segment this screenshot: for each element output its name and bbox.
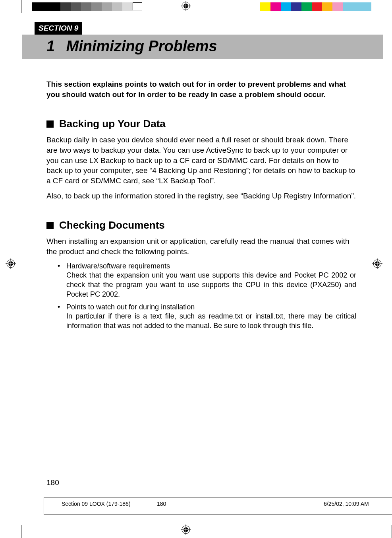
color-swatch (71, 2, 81, 11)
crop-mark (16, 0, 16, 13)
color-swatch (91, 2, 102, 11)
color-swatch (281, 2, 291, 11)
color-swatch (133, 2, 142, 10)
page-content: SECTION 9 1 Minimizing Problems This sec… (22, 22, 383, 515)
color-swatch (112, 2, 122, 11)
page-number: 180 (46, 478, 59, 487)
section-label: SECTION 9 (35, 22, 82, 35)
registration-mark-icon (181, 1, 191, 11)
color-swatch (343, 2, 371, 11)
body-paragraph: Backup daily in case you device should e… (46, 135, 356, 186)
subheading-checking-documents: Checking Documents (46, 218, 356, 232)
crop-mark (21, 525, 21, 538)
list-item-title: Hardware/software requirements (66, 262, 356, 271)
printer-color-bar (0, 2, 392, 11)
crop-mark (0, 22, 12, 22)
registration-mark-icon (181, 524, 191, 535)
color-swatch (332, 2, 343, 11)
color-swatch (270, 2, 281, 11)
list-item: Points to watch out for during installat… (58, 303, 356, 331)
color-swatch (60, 2, 71, 11)
color-swatch (312, 2, 322, 11)
body-paragraph: Also, to back up the information stored … (46, 191, 356, 201)
chapter-heading: 1 Minimizing Problems (22, 35, 383, 59)
color-swatch (260, 2, 270, 11)
crop-mark (0, 17, 12, 17)
slug-file: Section 09 LOOX (179-186) (62, 501, 157, 507)
color-swatch (81, 2, 91, 11)
slug-line: Section 09 LOOX (179-186) 180 6/25/02, 1… (62, 501, 387, 507)
slug-timestamp: 6/25/02, 10:09 AM (324, 501, 387, 507)
color-swatch (291, 2, 301, 11)
slug-rule (44, 497, 44, 515)
crop-mark (21, 0, 21, 13)
subheading-backing-up: Backing up Your Data (46, 117, 356, 131)
color-swatch (122, 2, 133, 11)
color-swatch (301, 2, 312, 11)
crop-mark (383, 521, 392, 521)
crop-mark (0, 516, 12, 516)
color-swatch (322, 2, 332, 11)
subheading-text: Backing up Your Data (59, 117, 166, 131)
body-paragraph: When installing an expansion unit or app… (46, 236, 356, 256)
list-item-title: Points to watch out for during installat… (66, 303, 356, 312)
slug-rule (44, 515, 392, 515)
registration-mark-icon (6, 258, 16, 269)
chapter-number: 1 (46, 38, 55, 54)
color-swatch (102, 2, 112, 11)
subheading-text: Checking Documents (59, 218, 165, 232)
list-item-body: In particular if there is a text file, s… (66, 312, 356, 331)
crop-mark (16, 525, 16, 538)
color-swatch (32, 2, 60, 11)
intro-paragraph: This section explains points to watch ou… (46, 79, 356, 99)
slug-page: 180 (157, 501, 205, 507)
square-bullet-icon (46, 222, 54, 229)
crop-mark (0, 521, 12, 521)
slug-rule (44, 497, 392, 497)
square-bullet-icon (46, 120, 54, 128)
bullet-list: Hardware/software requirementsCheck that… (58, 262, 356, 331)
list-item-body: Check that the expansion unit you want u… (66, 271, 356, 299)
chapter-title: Minimizing Problems (66, 38, 217, 54)
list-item: Hardware/software requirementsCheck that… (58, 262, 356, 299)
